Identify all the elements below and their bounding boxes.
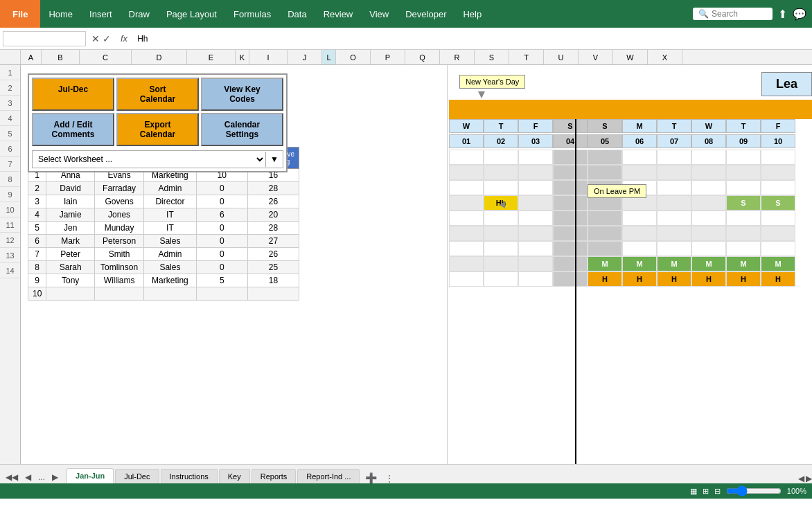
menu-developer[interactable]: Developer xyxy=(397,0,454,28)
worksheet-select[interactable]: Select Worksheet ... xyxy=(33,151,265,168)
row-num-6: 6 xyxy=(0,141,20,157)
cal-cell-empty xyxy=(657,195,691,211)
cal-cell-weekend xyxy=(553,180,588,195)
formula-input[interactable] xyxy=(134,34,809,44)
cal-cell-m: M xyxy=(588,256,622,271)
tab-jan-jun[interactable]: Jan-Jun xyxy=(67,468,114,483)
cal-cell-s-green: S xyxy=(726,195,761,211)
share-icon[interactable]: ⬆ xyxy=(778,8,787,21)
export-calendar-button[interactable]: Export Calendar xyxy=(116,113,199,146)
menu-draw[interactable]: Draw xyxy=(121,0,158,28)
date-col-2: 03 xyxy=(518,134,553,148)
tab-nav-prev[interactable]: ◀ xyxy=(22,471,34,483)
col-header-w: W xyxy=(613,50,648,64)
cal-cell xyxy=(691,180,726,195)
cal-cell-empty xyxy=(657,226,691,241)
cal-cell xyxy=(518,150,553,165)
menu-home[interactable]: Home xyxy=(40,0,81,28)
cancel-icon[interactable]: ✕ xyxy=(91,33,100,44)
cal-cell xyxy=(657,180,691,195)
status-right: ▦ ⊞ ⊟ 100% xyxy=(690,485,806,497)
menu-insert[interactable]: Insert xyxy=(81,0,121,28)
view-normal-icon[interactable]: ▦ xyxy=(690,487,697,496)
menu-page-layout[interactable]: Page Layout xyxy=(158,0,225,28)
cal-cell-empty xyxy=(518,195,553,211)
row-num-11: 11 xyxy=(0,217,20,233)
search-input[interactable] xyxy=(712,9,767,19)
add-sheet-button[interactable]: ➕ xyxy=(361,472,381,483)
date-col-6: 07 xyxy=(657,134,691,148)
day-col-9: F xyxy=(761,119,795,133)
cal-cell xyxy=(518,241,553,256)
cal-cell-m: M xyxy=(761,256,795,271)
cal-cell-h: H xyxy=(761,271,795,287)
date-col-5: 06 xyxy=(622,134,657,148)
row-num-1: 1 xyxy=(0,65,20,80)
tab-nav-more[interactable]: ... xyxy=(35,471,48,483)
cal-cell xyxy=(449,211,484,226)
menu-review[interactable]: Review xyxy=(315,0,362,28)
row-num-4: 4 xyxy=(0,111,20,126)
table-row: 9TonyWilliamsMarketing518 xyxy=(28,274,299,287)
col-header-d: D xyxy=(132,50,187,64)
tab-nav-first[interactable]: ◀◀ xyxy=(3,471,21,483)
scroll-right-icon[interactable]: ▶ xyxy=(806,474,812,483)
comments-icon[interactable]: 💬 xyxy=(793,8,806,21)
col-header-u: U xyxy=(544,50,579,64)
scroll-left-icon[interactable]: ◀ xyxy=(798,474,804,483)
view-break-icon[interactable]: ⊟ xyxy=(714,487,721,496)
tab-nav-next[interactable]: ▶ xyxy=(49,471,61,483)
jul-dec-button[interactable]: Jul-Dec xyxy=(32,78,114,111)
cal-cell-empty xyxy=(449,256,484,271)
confirm-icon[interactable]: ✓ xyxy=(103,33,111,44)
search-box[interactable]: 🔍 xyxy=(693,8,773,20)
cal-cell-empty xyxy=(449,226,484,241)
overlay-panel: Jul-Dec Sort Calendar View Key Codes Add… xyxy=(28,73,288,172)
sheet-menu-button[interactable]: ⋮ xyxy=(381,474,398,483)
calendar-settings-button[interactable]: Calendar Settings xyxy=(201,113,283,146)
view-layout-icon[interactable]: ⊞ xyxy=(703,487,709,496)
tab-instructions[interactable]: Instructions xyxy=(161,469,218,483)
worksheet-select-row[interactable]: Select Worksheet ... ▼ xyxy=(32,150,283,168)
day-col-4: S xyxy=(588,119,622,133)
cal-cell-h: H xyxy=(588,271,622,287)
cal-row-6 xyxy=(449,226,795,241)
scroll-nav: ◀ ▶ xyxy=(798,474,812,483)
cal-row-1 xyxy=(449,150,795,165)
holiday-orange-bar xyxy=(449,100,812,119)
search-icon: 🔍 xyxy=(698,9,709,19)
cal-cell xyxy=(484,241,518,256)
add-edit-comments-button[interactable]: Add / Edit Comments xyxy=(32,113,114,146)
tab-report-ind[interactable]: Report-Ind ... xyxy=(297,469,360,483)
new-years-day-callout: New Year's Day xyxy=(459,75,525,89)
tab-nav: ◀◀ ◀ ... ▶ xyxy=(3,471,61,483)
dropdown-arrow-icon[interactable]: ▼ xyxy=(265,152,283,167)
tab-key[interactable]: Key xyxy=(219,469,250,483)
cal-cell xyxy=(622,150,657,165)
cal-cell xyxy=(449,241,484,256)
tab-jul-dec[interactable]: Jul-Dec xyxy=(115,469,159,483)
menu-view[interactable]: View xyxy=(361,0,397,28)
row-num-header-corner xyxy=(0,50,21,64)
cal-cell-empty xyxy=(622,165,657,180)
sort-calendar-button[interactable]: Sort Calendar xyxy=(116,78,199,111)
view-key-codes-button[interactable]: View Key Codes xyxy=(201,78,283,111)
cal-cell-empty xyxy=(691,195,726,211)
name-box[interactable] xyxy=(3,31,86,46)
menu-formulas[interactable]: Formulas xyxy=(225,0,279,28)
cal-cell xyxy=(484,180,518,195)
cal-cell-h: H xyxy=(726,271,761,287)
row-num-7: 7 xyxy=(0,157,20,172)
file-button[interactable]: File xyxy=(0,0,40,28)
menu-help[interactable]: Help xyxy=(454,0,490,28)
cal-cell-empty xyxy=(761,165,795,180)
zoom-slider[interactable] xyxy=(726,485,782,497)
cal-cell xyxy=(484,271,518,287)
cal-cell-weekend xyxy=(553,226,588,241)
menu-data[interactable]: Data xyxy=(279,0,315,28)
formula-bar: ✕ ✓ fx xyxy=(0,28,812,50)
formula-icons: ✕ ✓ xyxy=(89,33,114,44)
row-num-14: 14 xyxy=(0,263,20,278)
tab-reports[interactable]: Reports xyxy=(251,469,297,483)
cal-cell xyxy=(518,271,553,287)
